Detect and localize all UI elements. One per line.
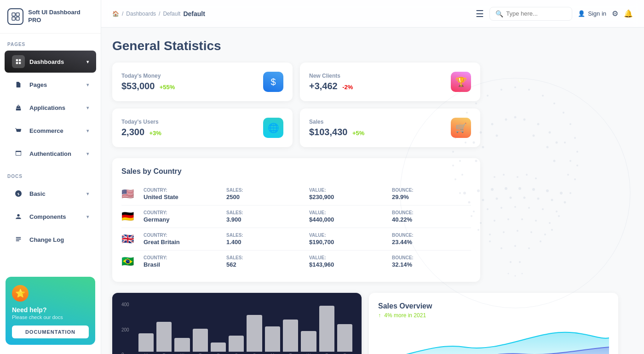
svg-point-87	[517, 176, 518, 178]
svg-point-47	[532, 188, 535, 191]
sidebar-item-changelog[interactable]: Change Log	[5, 228, 96, 251]
svg-point-59	[487, 208, 489, 210]
menu-icon[interactable]: ☰	[476, 8, 484, 19]
bar-group: T	[193, 329, 208, 354]
country-sales-col: Sales: 2500	[226, 188, 305, 200]
svg-point-19	[574, 178, 576, 180]
svg-point-29	[549, 131, 551, 134]
svg-point-8	[542, 95, 544, 97]
svg-point-44	[491, 188, 494, 191]
signin-button[interactable]: 👤 Sign in	[578, 10, 606, 17]
sales-overview-chart	[378, 324, 609, 354]
bar-group: F	[337, 324, 352, 354]
sidebar-item-components[interactable]: Components ▾	[5, 206, 96, 228]
sidebar: Soft UI Dashboard PRO PAGES Dashboards ▾…	[0, 0, 101, 354]
svg-point-51	[482, 199, 484, 201]
ecommerce-icon	[12, 124, 25, 137]
sidebar-item-label: Change Log	[29, 236, 64, 243]
sidebar-item-pages[interactable]: Pages ▾	[5, 74, 96, 96]
svg-point-9	[553, 103, 555, 104]
sidebar-item-basic[interactable]: Basic ▾	[5, 183, 96, 205]
sidebar-item-ecommerce[interactable]: Ecommerce ▾	[5, 120, 96, 142]
country-flag: 🇬🇧	[121, 233, 140, 245]
page-title: General Statistics	[112, 39, 633, 53]
stat-info: Today's Money $53,000 +55%	[121, 73, 175, 91]
settings-icon[interactable]: ⚙	[612, 9, 618, 18]
svg-point-72	[503, 231, 505, 233]
documentation-button[interactable]: DOCUMENTATION	[12, 325, 89, 338]
bar-group: T	[283, 320, 298, 354]
topbar: 🏠 / Dashboards / Default Default ☰ 🔍 👤 S…	[101, 0, 644, 28]
sidebar-logo: Soft UI Dashboard PRO	[0, 0, 101, 34]
svg-point-78	[528, 247, 530, 249]
svg-point-92	[558, 215, 560, 217]
svg-point-45	[505, 187, 507, 190]
svg-point-74	[530, 231, 532, 233]
breadcrumb-home-icon[interactable]: 🏠	[112, 11, 119, 17]
sidebar-item-dashboards[interactable]: Dashboards ▾	[5, 51, 96, 73]
svg-point-64	[556, 211, 558, 212]
svg-point-49	[560, 192, 563, 194]
svg-point-93	[551, 229, 553, 231]
sales-country-card: Sales by Country 🇺🇸 Country: United Stat…	[112, 158, 480, 282]
country-name-col: Country: Great Britain	[144, 233, 223, 246]
svg-point-27	[523, 119, 526, 121]
search-box[interactable]: 🔍	[489, 7, 572, 21]
bar-group: S	[247, 315, 262, 354]
svg-point-100	[508, 273, 509, 274]
svg-point-6	[514, 86, 516, 88]
country-bounce-col: Bounce: 32.14%	[392, 255, 471, 268]
svg-rect-2	[12, 17, 15, 20]
country-name-col: Country: Germany	[144, 210, 223, 223]
sales-overview-title: Sales Overview	[378, 302, 609, 310]
stat-label: New Clients	[309, 73, 353, 79]
svg-point-71	[489, 234, 491, 235]
sidebar-item-label: Dashboards	[29, 58, 64, 65]
sidebar-item-authentication[interactable]: Authentication ▾	[5, 143, 96, 165]
notification-icon[interactable]: 🔔	[624, 9, 633, 18]
dashboards-chevron: ▾	[86, 59, 89, 64]
stat-icon: 🌐	[263, 118, 283, 138]
sidebar-item-applications[interactable]: Applications ▾	[5, 97, 96, 119]
stat-info: Sales $103,430 +5%	[309, 119, 364, 137]
svg-point-69	[535, 220, 537, 222]
content-area: General Statistics Today's Money $53,000…	[101, 28, 644, 354]
y-label: 200	[121, 327, 129, 332]
dashboards-icon	[12, 55, 25, 68]
bar	[319, 306, 334, 352]
charts-row: 4002000 M T W T F S S M T W T F	[112, 293, 618, 354]
country-name-col: Country: Brasil	[144, 255, 223, 268]
sales-overview-change: ↑ 4% more in 2021	[378, 312, 609, 319]
topbar-right: 🔍 👤 Sign in ⚙ 🔔	[489, 7, 633, 21]
stat-value: +3,462	[309, 81, 338, 91]
breadcrumb: 🏠 / Dashboards / Default Default	[112, 10, 466, 17]
sales-overview-card: Sales Overview ↑ 4% more in 2021	[369, 293, 618, 354]
svg-point-66	[494, 220, 495, 222]
y-label: 0	[121, 352, 129, 354]
svg-point-52	[496, 198, 498, 200]
svg-point-89	[535, 177, 537, 179]
basic-chevron: ▾	[86, 191, 89, 196]
svg-point-53	[510, 197, 512, 199]
svg-point-10	[563, 112, 564, 114]
pages-label: PAGES	[0, 34, 101, 50]
svg-point-11	[500, 89, 502, 91]
svg-point-7	[528, 89, 530, 91]
country-sales-col: Sales: 562	[226, 255, 305, 268]
svg-point-73	[517, 230, 518, 232]
stat-change: -2%	[342, 84, 353, 91]
svg-point-88	[526, 174, 528, 176]
svg-point-68	[521, 218, 523, 220]
stat-card-2: Today's Users 2,300 +3% 🌐	[112, 108, 293, 147]
bar-group: W	[174, 338, 190, 354]
search-input[interactable]	[506, 10, 566, 17]
svg-point-37	[546, 146, 549, 148]
svg-point-30	[556, 142, 558, 144]
stat-change: +55%	[160, 84, 175, 91]
stat-card-1: New Clients +3,462 -2% 🏆	[300, 63, 480, 101]
authentication-icon	[12, 147, 25, 160]
stat-icon: $	[263, 72, 283, 92]
svg-point-80	[519, 261, 521, 263]
docs-label: DOCS	[0, 166, 101, 182]
bar-chart-card: 4002000 M T W T F S S M T W T F	[112, 293, 362, 354]
